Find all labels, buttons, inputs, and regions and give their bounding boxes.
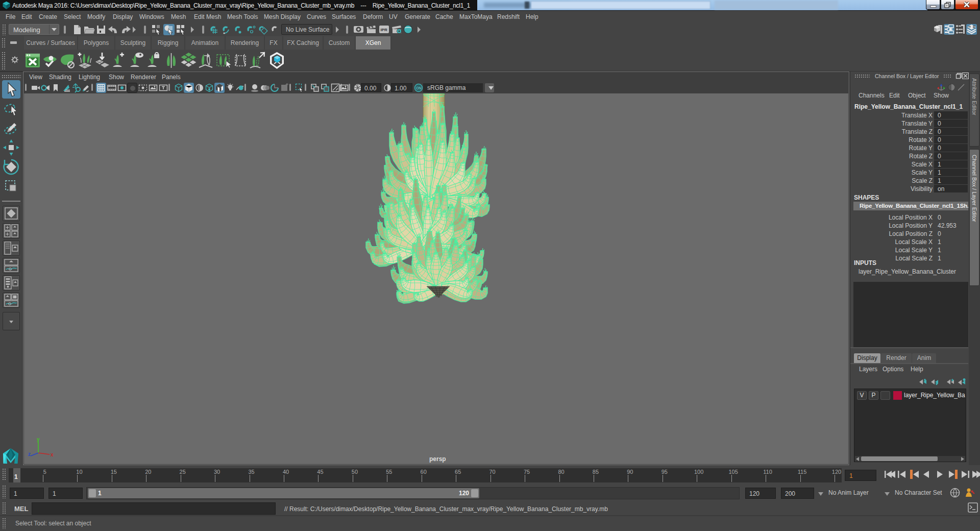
svg-text:ON: ON	[416, 86, 422, 90]
svg-text:y: y	[37, 438, 40, 442]
svg-text:x: x	[51, 452, 54, 457]
svg-text:z: z	[28, 451, 31, 457]
svg-text:IPR: IPR	[381, 28, 388, 32]
